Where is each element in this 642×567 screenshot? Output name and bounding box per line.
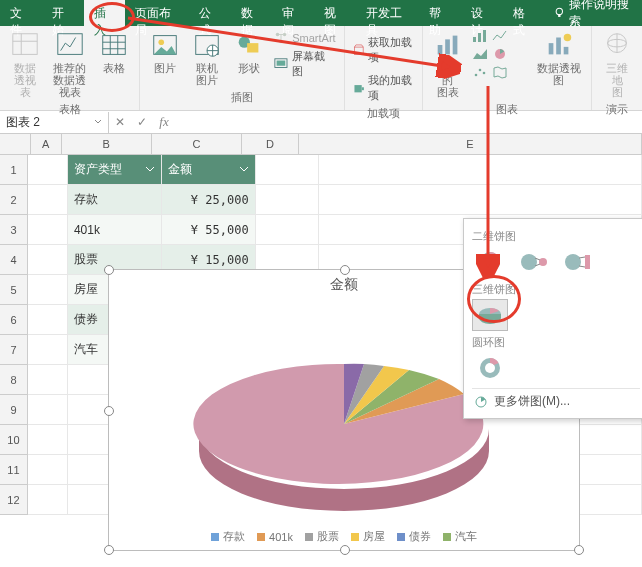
online-pic-button[interactable]: 联机图片 bbox=[188, 28, 226, 88]
rec-charts-button[interactable]: 推荐的 图表 bbox=[429, 28, 467, 100]
svg-rect-21 bbox=[277, 61, 286, 66]
group-label-charts: 图表 bbox=[496, 102, 518, 117]
shapes-button[interactable]: 形状 bbox=[230, 28, 268, 76]
ribbon-group-charts: 推荐的 图表 数据透视图 图表 bbox=[423, 26, 592, 110]
resize-handle[interactable] bbox=[340, 265, 350, 275]
pie-3d-option[interactable] bbox=[472, 299, 508, 331]
online-pic-icon bbox=[192, 30, 222, 60]
svg-rect-5 bbox=[57, 34, 81, 55]
table-button[interactable]: 表格 bbox=[95, 28, 133, 76]
col-B[interactable]: B bbox=[62, 134, 152, 154]
filter-icon[interactable] bbox=[145, 165, 155, 175]
tab-review[interactable]: 审阅 bbox=[272, 0, 314, 26]
insert-function-button[interactable]: fx bbox=[153, 114, 175, 130]
my-addins-button[interactable]: 我的加载项 bbox=[351, 72, 416, 104]
pivot-chart-icon bbox=[544, 30, 574, 60]
col-A[interactable]: A bbox=[31, 134, 62, 154]
name-box[interactable]: 图表 2 bbox=[0, 112, 109, 133]
formula-bar: 图表 2 ✕ ✓ fx bbox=[0, 111, 642, 134]
col-E[interactable]: E bbox=[299, 134, 642, 154]
picture-button[interactable]: 图片 bbox=[146, 28, 184, 76]
rec-charts-icon bbox=[433, 30, 463, 60]
resize-handle[interactable] bbox=[104, 265, 114, 275]
tab-data[interactable]: 数据 bbox=[231, 0, 273, 26]
svg-point-38 bbox=[564, 34, 572, 42]
table-cell[interactable]: ¥ 55,000 bbox=[162, 215, 256, 245]
screenshot-icon bbox=[274, 57, 288, 71]
table-cell[interactable]: 存款 bbox=[68, 185, 162, 215]
bar-chart-button[interactable] bbox=[471, 28, 489, 44]
bar-of-pie-option[interactable] bbox=[560, 246, 596, 278]
chart-type-grid bbox=[471, 28, 529, 80]
resize-handle[interactable] bbox=[574, 545, 584, 555]
select-all[interactable] bbox=[0, 134, 31, 154]
picture-icon bbox=[150, 30, 180, 60]
tab-format[interactable]: 格式 bbox=[503, 0, 545, 26]
col-C[interactable]: C bbox=[152, 134, 242, 154]
col-D[interactable]: D bbox=[242, 134, 299, 154]
get-addins-button[interactable]: 获取加载项 bbox=[351, 34, 416, 66]
table-cell[interactable]: ¥ 25,000 bbox=[162, 185, 256, 215]
tab-insert[interactable]: 插入 bbox=[84, 0, 126, 26]
3d-map-button[interactable]: 三维地 图 bbox=[598, 28, 636, 100]
puzzle-icon bbox=[353, 81, 365, 95]
store-icon bbox=[353, 43, 365, 57]
svg-point-12 bbox=[159, 39, 165, 45]
pivot-table-button[interactable]: 数据 透视表 bbox=[6, 28, 44, 100]
tab-design[interactable]: 设计 bbox=[461, 0, 503, 26]
svg-rect-1 bbox=[558, 15, 560, 17]
pie-2d-option[interactable] bbox=[472, 246, 508, 278]
svg-rect-23 bbox=[354, 85, 361, 92]
smartart-button[interactable]: SmartArt bbox=[272, 30, 337, 46]
resize-handle[interactable] bbox=[104, 545, 114, 555]
screenshot-button[interactable]: 屏幕截图 bbox=[272, 48, 337, 80]
donut-option[interactable] bbox=[472, 352, 508, 384]
svg-rect-36 bbox=[556, 38, 561, 55]
popup-section-2d: 二维饼图 bbox=[472, 229, 640, 244]
tab-file[interactable]: 文件 bbox=[0, 0, 42, 26]
tell-me[interactable]: 操作说明搜索 bbox=[545, 0, 643, 26]
ribbon-group-illustrations: 图片 联机图片 形状 SmartArt 屏幕截图 插图 bbox=[140, 26, 344, 110]
tab-layout[interactable]: 页面布局 bbox=[125, 0, 189, 26]
globe-icon bbox=[602, 30, 632, 60]
enter-button[interactable]: ✓ bbox=[131, 115, 153, 129]
line-chart-button[interactable] bbox=[491, 28, 509, 44]
group-label-illus: 插图 bbox=[231, 90, 253, 105]
popup-section-donut: 圆环图 bbox=[472, 335, 640, 350]
svg-rect-16 bbox=[247, 43, 258, 52]
svg-rect-25 bbox=[438, 45, 443, 54]
area-chart-button[interactable] bbox=[471, 46, 489, 62]
pie-icon bbox=[474, 395, 488, 409]
tab-help[interactable]: 帮助 bbox=[419, 0, 461, 26]
tab-dev[interactable]: 开发工具 bbox=[356, 0, 420, 26]
svg-rect-6 bbox=[103, 36, 126, 55]
tab-view[interactable]: 视图 bbox=[314, 0, 356, 26]
svg-point-42 bbox=[521, 254, 537, 270]
resize-handle[interactable] bbox=[104, 406, 114, 416]
popup-section-3d: 三维饼图 bbox=[472, 282, 640, 297]
table-icon bbox=[99, 30, 129, 60]
tab-formula[interactable]: 公式 bbox=[189, 0, 231, 26]
table-cell[interactable]: 401k bbox=[68, 215, 162, 245]
pie-of-pie-option[interactable] bbox=[516, 246, 552, 278]
svg-point-33 bbox=[479, 69, 482, 72]
row-header[interactable]: 1 bbox=[0, 155, 28, 185]
pivot-chart-button[interactable]: 数据透视图 bbox=[533, 28, 585, 88]
tab-home[interactable]: 开始 bbox=[42, 0, 84, 26]
ribbon: 数据 透视表 推荐的 数据透视表 表格 表格 图片 联机图片 bbox=[0, 26, 642, 111]
svg-rect-22 bbox=[354, 47, 363, 54]
more-pie-button[interactable]: 更多饼图(M)... bbox=[472, 388, 640, 414]
svg-rect-27 bbox=[453, 36, 458, 55]
scatter-chart-button[interactable] bbox=[471, 64, 489, 80]
table-header-type[interactable]: 资产类型 bbox=[68, 155, 162, 185]
filter-icon[interactable] bbox=[239, 165, 249, 175]
cancel-button[interactable]: ✕ bbox=[109, 115, 131, 129]
map-chart-button[interactable] bbox=[491, 64, 509, 80]
group-label-tours: 演示 bbox=[606, 102, 628, 117]
table-header-amount[interactable]: 金额 bbox=[162, 155, 256, 185]
svg-point-52 bbox=[485, 363, 495, 373]
rec-pivot-button[interactable]: 推荐的 数据透视表 bbox=[48, 28, 91, 100]
resize-handle[interactable] bbox=[340, 545, 350, 555]
pie-chart-button[interactable] bbox=[491, 46, 509, 62]
bulb-icon bbox=[553, 6, 566, 20]
